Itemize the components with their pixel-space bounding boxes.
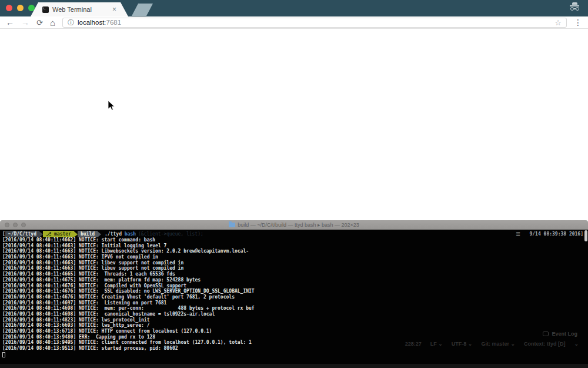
- terminal-log-line: [2016/09/14 08:40:11:4823] NOTICE: lws_p…: [2, 317, 588, 323]
- minimize-window-button[interactable]: [17, 5, 24, 11]
- status-line-ending: LF ⌄: [430, 341, 443, 347]
- terminal-log-line: [2016/09/14 08:40:11:4698] NOTICE: canon…: [2, 311, 588, 317]
- prompt-path-segment: ~/D/C/ttyd: [5, 231, 39, 237]
- list-icon: ☰: [516, 231, 520, 237]
- terminal-log-line: [2016/09/14 08:40:11:4675] NOTICE: mem: …: [2, 277, 588, 283]
- tab-title: Web Terminal: [52, 6, 112, 13]
- incognito-hat-icon: [572, 2, 577, 5]
- tab-close-icon[interactable]: ×: [112, 6, 116, 13]
- folder-icon: [229, 223, 235, 227]
- powerline-arrow-icon: [98, 231, 101, 237]
- terminal-window: build — ~/D/C/t/build — ttyd bash ▸ bash…: [0, 220, 588, 364]
- shell-prompt: [ ~/D/C/ttyd ⎇ master build ./ttyd bash …: [2, 231, 588, 237]
- right-prompt: ☰ 9/14 08:39:38 2016]: [516, 231, 588, 237]
- terminal-log-line: [2016/09/14 08:40:13:6693] NOTICE: lws_h…: [2, 323, 588, 329]
- git-branch-icon: ⎇: [46, 231, 51, 237]
- status-encoding: UTF-8 ⌄: [452, 341, 473, 347]
- url-port: :7681: [104, 19, 121, 26]
- background-status-bar: 228:27 LF ⌄ UTF-8 ⌄ Git: master ⌄ Contex…: [405, 341, 579, 347]
- terminal-close-button[interactable]: [5, 223, 9, 227]
- bookmark-star-icon[interactable]: ☆: [554, 19, 562, 26]
- terminal-log-line: [2016/09/14 08:40:11:4676] NOTICE: Creat…: [2, 294, 588, 300]
- terminal-log-line: [2016/09/14 08:40:11:4663] NOTICE: Initi…: [2, 243, 588, 249]
- home-button[interactable]: ⌂: [50, 18, 55, 27]
- prompt-git-segment: ⎇ master: [43, 231, 74, 237]
- background-bleedthrough-text: (&client->queue, list);: [138, 231, 203, 237]
- url-host: localhost: [78, 19, 104, 26]
- browser-menu-icon[interactable]: ⋮: [574, 18, 582, 26]
- prompt-datetime: 9/14 08:39:38 2016]: [529, 231, 583, 237]
- new-tab-button[interactable]: [132, 4, 153, 16]
- mouse-cursor-icon: [108, 100, 115, 111]
- terminal-cursor: [2, 352, 5, 357]
- speech-bubble-icon: [543, 331, 549, 336]
- terminal-window-title: build — ~/D/C/t/build — ttyd bash ▸ bash…: [229, 222, 359, 228]
- close-window-button[interactable]: [6, 5, 12, 11]
- status-git-branch: Git: master ⌄: [481, 341, 515, 347]
- terminal-log-line: [2016/09/14 08:40:11:4663] NOTICE: Libwe…: [2, 248, 588, 254]
- terminal-log-line: [2016/09/14 08:40:11:4663] NOTICE: IPV6 …: [2, 254, 588, 260]
- terminal-log-line: [2016/09/14 08:40:11:4662] NOTICE: start…: [2, 237, 588, 243]
- typed-command: ./ttyd bash: [105, 231, 136, 237]
- prompt-dir-segment: build: [78, 231, 98, 237]
- tab-web-terminal[interactable]: Web Terminal ×: [31, 2, 128, 16]
- status-cursor-position: 228:27: [405, 341, 422, 347]
- browser-tab-bar: Web Terminal ×: [0, 0, 588, 16]
- page-info-icon[interactable]: ⓘ: [68, 19, 74, 26]
- terminal-log-line: [2016/09/14 08:40:13:6718] NOTICE: HTTP …: [2, 329, 588, 334]
- terminal-scrollbar[interactable]: [584, 230, 587, 241]
- terminal-favicon-icon: [42, 6, 49, 13]
- background-event-log: Event Log: [543, 331, 577, 337]
- address-bar[interactable]: ⓘ localhost:7681 ☆: [62, 18, 567, 28]
- reload-button[interactable]: ⟳: [36, 19, 43, 26]
- terminal-cursor-row: [2, 352, 588, 358]
- terminal-log-line: [2016/09/14 08:40:11:4663] NOTICE: libev…: [2, 260, 588, 266]
- status-context: Context: ttyd [D]: [524, 341, 566, 347]
- terminal-log-line: [2016/09/14 08:40:11:4663] NOTICE: libuv…: [2, 266, 588, 271]
- back-button[interactable]: ←: [6, 18, 14, 26]
- terminal-log-line: [2016/09/14 08:40:11:4676] NOTICE: Compi…: [2, 283, 588, 289]
- terminal-log-line: [2016/09/14 08:40:11:4698] NOTICE: mem: …: [2, 306, 588, 311]
- url-text[interactable]: localhost:7681: [78, 19, 121, 26]
- browser-toolbar: ← → ⟳ ⌂ ⓘ localhost:7681 ☆ ⋮: [0, 16, 588, 29]
- terminal-log-line: [2016/09/14 08:40:11:4665] NOTICE: Threa…: [2, 271, 588, 277]
- terminal-log-line: [2016/09/14 08:40:13:9480] ERR: Capping …: [2, 334, 588, 340]
- status-caret: ⌄: [574, 341, 579, 347]
- page-content: [0, 29, 588, 220]
- terminal-zoom-button[interactable]: [21, 223, 26, 227]
- terminal-title-bar[interactable]: build — ~/D/C/t/build — ttyd bash ▸ bash…: [0, 220, 588, 230]
- window-controls: [6, 5, 35, 11]
- terminal-minimize-button[interactable]: [13, 223, 18, 227]
- incognito-icon: [569, 2, 580, 12]
- desktop-strip: [0, 364, 588, 368]
- terminal-content[interactable]: [ ~/D/C/ttyd ⎇ master build ./ttyd bash …: [0, 230, 588, 364]
- zoom-window-button[interactable]: [28, 5, 35, 11]
- terminal-log-line: [2016/09/14 08:40:11:4676] NOTICE: SSL d…: [2, 289, 588, 294]
- terminal-window-controls: [5, 223, 26, 227]
- terminal-log-line: [2016/09/14 08:40:11:4697] NOTICE: Liste…: [2, 300, 588, 306]
- forward-button[interactable]: →: [21, 18, 29, 26]
